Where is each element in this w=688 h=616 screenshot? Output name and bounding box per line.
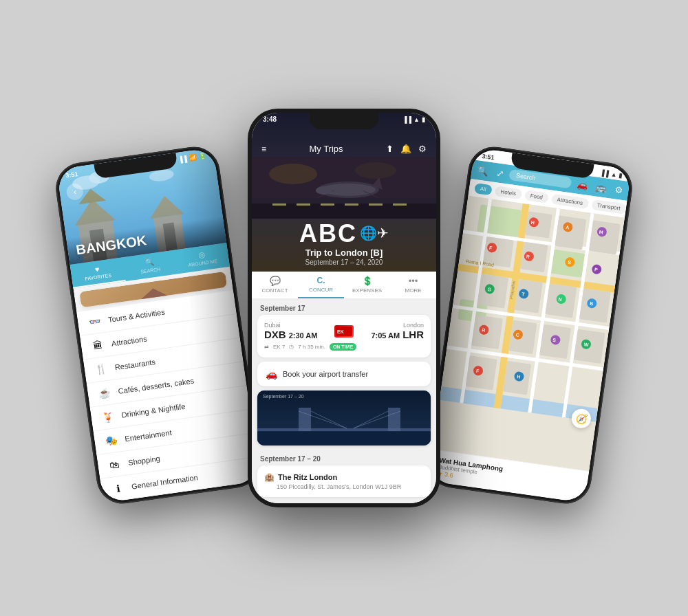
left-phone: 3:51 ▐▐ 📶 🔋 (52, 144, 264, 507)
tab-contact[interactable]: 💬 CONTACT (252, 272, 298, 298)
trip-title: Trip to London [B] (252, 248, 436, 258)
svg-point-15 (269, 164, 317, 184)
restaurants-icon: 🍴 (94, 363, 109, 376)
svg-text:A: A (566, 225, 570, 230)
tab-expenses[interactable]: 💲 EXPENSES (344, 272, 390, 298)
battery-icon: 🔋 (198, 153, 206, 160)
signal-icon: ▐▐ (178, 155, 187, 164)
contact-label: CONTACT (261, 287, 288, 294)
center-phone-inner: 3:48 ▐▐ ▲ ▮ ≡ My Trips ⬆ 🔔 (252, 113, 436, 503)
svg-text:H: H (517, 374, 521, 380)
cat-attractions[interactable]: Attractions (551, 194, 589, 209)
svg-rect-18 (252, 198, 436, 204)
brand-text: ABC (299, 219, 357, 248)
cat-hotels[interactable]: Hotels (495, 186, 522, 199)
filter-icon[interactable]: 🚗 (576, 179, 588, 190)
bell-icon[interactable]: 🔔 (400, 144, 411, 154)
tab-more[interactable]: ••• MORE (390, 272, 436, 298)
flight-dest: London 7:05 AM LHR (371, 322, 424, 340)
expenses-icon: 💲 (362, 276, 373, 286)
search-tab-label: SEARCH (140, 267, 161, 274)
right-status-icons: ▐▐ ▲ ▮ (599, 169, 623, 179)
attractions-icon: 🏛 (90, 339, 105, 352)
tab-concur[interactable]: C. CONCUR (298, 272, 344, 298)
flight-card[interactable]: Dubai DXB 2:30 AM EK (257, 315, 431, 358)
entertainment-icon: 🎭 (104, 434, 119, 448)
airport-bg (252, 157, 436, 219)
flight-date-header: September 17 (252, 299, 436, 315)
around-me-tab-label: AROUND ME (188, 258, 217, 267)
more-label: MORE (405, 287, 422, 294)
flight-details: ⇄ EK 7 ◷ 7 h 35 min. ON TIME (264, 343, 424, 351)
place-info: Wat Hua Lamphong Buddhist temple ★ 3.6 (437, 456, 504, 486)
left-time: 3:51 (65, 170, 78, 179)
right-time: 3:51 (482, 153, 495, 161)
contact-icon: 💬 (270, 276, 281, 286)
hotel-name-row: 🏨 The Ritz London (264, 472, 424, 482)
svg-text:M: M (599, 230, 603, 235)
airport-svg (252, 157, 436, 219)
flight-number: EK 7 (273, 344, 285, 350)
left-phone-content: 3:51 ▐▐ 📶 🔋 (56, 147, 260, 503)
right-phone: 3:51 ▐▐ ▲ ▮ 🔍 ⤢ Search 🚗 (424, 144, 635, 507)
svg-rect-19 (272, 204, 286, 206)
svg-text:N: N (558, 296, 562, 302)
favorites-tab-label: FAVORITES (85, 273, 111, 281)
expand-map-icon[interactable]: ⤢ (495, 168, 504, 179)
toolbar-icons-right: 🚗 🚌 ⚙ (576, 179, 623, 195)
hotel-card[interactable]: 🏨 The Ritz London 150 Piccadilly, St. Ja… (257, 465, 431, 497)
more-icon: ••• (409, 276, 418, 286)
svg-rect-41 (257, 432, 431, 446)
train-date-header: September 20 (252, 501, 436, 503)
center-scroll[interactable]: September 17 Dubai DXB 2:30 AM (252, 299, 436, 503)
battery-right: ▮ (619, 172, 623, 179)
dest-code: LHR (402, 329, 424, 340)
london-bg-svg (257, 390, 431, 446)
nightlife-icon: 🍹 (100, 410, 116, 424)
phones-container: 3:51 ▐▐ 📶 🔋 (34, 26, 654, 590)
svg-rect-22 (345, 204, 358, 206)
transfer-card[interactable]: 🚗 Book your airport transfer (257, 362, 431, 386)
london-date-range: September 17 – 20 (263, 394, 304, 399)
center-status-icons: ▐▐ ▲ ▮ (402, 116, 425, 123)
transit-icon[interactable]: 🚌 (595, 182, 608, 193)
globe-plane-icon: 🌐✈ (360, 226, 389, 241)
settings-map-icon[interactable]: ⚙ (614, 184, 624, 196)
svg-rect-34 (257, 428, 431, 431)
favorites-tab-icon: ♥ (94, 265, 100, 274)
dest-city: London (371, 322, 424, 329)
header-icons: ⬆ 🔔 ⚙ (386, 144, 427, 154)
origin-city: Dubai (264, 322, 317, 329)
svg-rect-58 (525, 211, 552, 239)
share-icon[interactable]: ⬆ (386, 144, 394, 154)
svg-rect-21 (321, 204, 334, 206)
hamburger-icon[interactable]: ≡ (261, 144, 266, 154)
restaurants-label: Restaurants (114, 358, 155, 371)
location-icon: 🧭 (574, 412, 588, 425)
hotel-name: The Ritz London (278, 473, 337, 481)
svg-text:H: H (530, 220, 535, 226)
map-area[interactable]: F H R A S M (433, 196, 625, 471)
svg-text:C: C (515, 332, 519, 338)
london-card[interactable]: September 17 – 20 London 👁 Visits 📖 Guid… (257, 390, 431, 446)
wifi-icon-center: ▲ (413, 116, 420, 123)
concur-label: CONCUR (309, 287, 333, 293)
shopping-icon: 🛍 (107, 458, 122, 471)
around-me-tab-icon: ◎ (197, 250, 206, 260)
car-icon: 🚗 (266, 368, 277, 380)
search-map-icon[interactable]: 🔍 (477, 165, 489, 177)
cat-food[interactable]: Food (524, 190, 549, 204)
settings-icon[interactable]: ⚙ (418, 144, 427, 154)
svg-rect-36 (388, 408, 400, 431)
cat-transport[interactable]: Transport (591, 199, 627, 214)
cat-all[interactable]: All (474, 183, 493, 195)
signal-icon-center: ▐▐ (402, 116, 411, 123)
svg-rect-60 (555, 215, 586, 250)
svg-point-16 (355, 162, 396, 179)
cafes-icon: ☕ (97, 387, 112, 400)
on-time-badge: ON TIME (330, 343, 356, 351)
center-phone-content: 3:48 ▐▐ ▲ ▮ ≡ My Trips ⬆ 🔔 (252, 113, 436, 503)
cafes-label: Cafés, desserts, cakes (118, 377, 195, 395)
tours-label: Tours & Activities (107, 308, 165, 324)
origin-time: 2:30 AM (289, 331, 318, 340)
